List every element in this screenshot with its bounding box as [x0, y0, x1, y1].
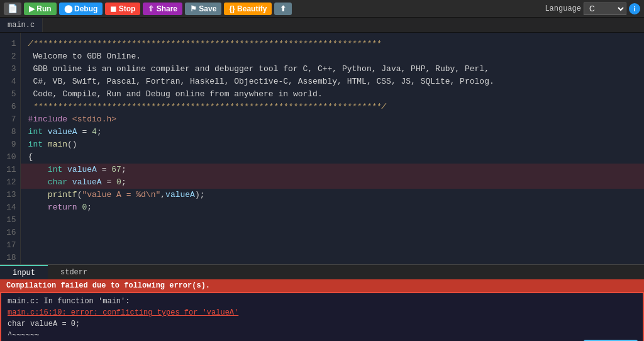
- debug-button[interactable]: ⬤ Debug: [59, 3, 103, 15]
- beautify-button[interactable]: {} Beautify: [224, 3, 272, 15]
- tab-stderr[interactable]: stderr: [48, 266, 100, 279]
- file-button[interactable]: 📄: [4, 3, 21, 15]
- error-line: char valueA = 0;: [8, 318, 636, 330]
- upload-icon: ⬆: [280, 4, 286, 13]
- upload-button[interactable]: ⬆: [274, 3, 292, 15]
- tab-input[interactable]: input: [0, 265, 48, 280]
- language-select[interactable]: C C++ Python Java PHP Ruby: [584, 3, 626, 15]
- output-tabs: input stderr: [0, 264, 644, 279]
- save-button[interactable]: ⚑ Save: [185, 3, 221, 15]
- line-numbers: 1234567891011121314151617181920: [0, 33, 21, 264]
- language-selector: Language C C++ Python Java PHP Ruby i: [545, 3, 640, 15]
- output-panel: Compilation failed due to following erro…: [0, 279, 644, 341]
- error-line: main.c: In function 'main':: [8, 296, 636, 307]
- error-line[interactable]: main.c:16:10: error: conflicting types f…: [8, 307, 636, 318]
- language-label: Language: [545, 4, 581, 13]
- info-button[interactable]: i: [629, 3, 640, 14]
- file-icon: 📄: [8, 4, 18, 13]
- error-header: Compilation failed due to following erro…: [0, 279, 644, 292]
- compilation-output: main.c: In function 'main':main.c:16:10:…: [0, 292, 644, 341]
- stop-button[interactable]: ◼ Stop: [105, 3, 140, 15]
- share-button[interactable]: ⇧ Share: [143, 3, 182, 15]
- error-line: ^~~~~~~: [8, 330, 636, 341]
- editor-tab[interactable]: main.c: [0, 18, 43, 32]
- run-button[interactable]: ▶ Run: [24, 3, 57, 15]
- toolbar: 📄 ▶ Run ⬤ Debug ◼ Stop ⇧ Share ⚑ Save {}…: [0, 0, 644, 18]
- tab-bar: main.c: [0, 18, 644, 33]
- editor: 1234567891011121314151617181920 /*******…: [0, 33, 644, 264]
- code-area[interactable]: /***************************************…: [21, 33, 644, 264]
